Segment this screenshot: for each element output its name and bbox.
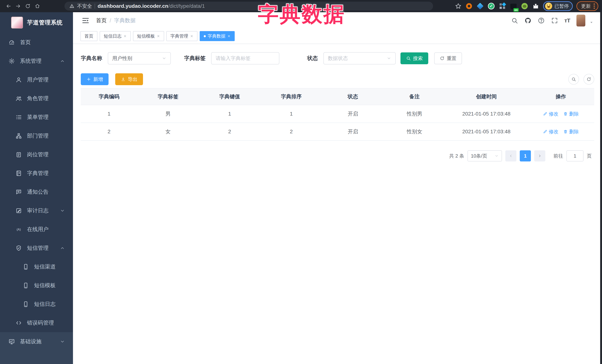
tab-home[interactable]: 首页 [80,31,97,41]
avatar-caret-icon[interactable] [589,20,593,24]
table-toolbar: 新增 导出 [81,73,594,85]
browser-update-button[interactable]: 更新 [576,1,598,11]
close-icon[interactable] [190,34,194,38]
sidebar-item-error-code[interactable]: 错误码管理 [0,313,73,332]
chevron-down-icon [162,56,166,61]
phone-icon [22,264,29,270]
close-icon[interactable] [157,34,160,38]
col-header-value: 字典键值 [199,88,261,105]
profile-paused-pill[interactable]: 已暂停 [543,1,573,11]
table-row: 2 女 2 2 开启 性别女 2021-01-05 17:03:48 修改 [81,123,594,141]
extension-icon-green-check[interactable]: ✓ [487,2,495,10]
back-button[interactable] [4,1,13,11]
extension-icon-monkey[interactable] [521,2,528,10]
org-tree-icon [16,133,22,139]
breadcrumb-home-link[interactable]: 首页 [96,17,107,24]
close-icon[interactable] [123,34,127,38]
github-icon[interactable] [524,17,531,24]
address-bar[interactable]: 不安全 dashboard.yudao.iocoder.cn/dict/type… [64,2,433,10]
col-header-remark: 备注 [384,88,445,105]
browser-menu-icon[interactable] [594,3,595,9]
sidebar-item-roles[interactable]: 角色管理 [0,89,73,108]
app-title: 芋道管理系统 [27,19,63,26]
tab-sms-log[interactable]: 短信日志 [100,31,131,41]
status-select[interactable]: 数据状态 [323,52,396,64]
chevron-up-icon [60,59,65,63]
sidebar-item-home[interactable]: 首页 [0,33,73,52]
sidebar-item-sms[interactable]: 短信管理 [0,239,73,257]
extension-icon-orange[interactable] [465,2,473,10]
omnibox-divider [95,3,95,9]
next-page-button[interactable] [534,150,545,161]
help-icon[interactable] [538,17,545,24]
sidebar-lower-section: 基础设施 [0,332,73,364]
table-row: 1 男 1 1 开启 性别男 2021-01-05 17:03:48 修改 [81,105,594,123]
dict-name-select[interactable]: 用户性别 [108,52,171,64]
col-header-status: 状态 [322,88,384,105]
tab-dict-manage[interactable]: 字典管理 [166,31,197,41]
badge-icon [16,151,22,158]
page-size-select[interactable]: 10条/页 [468,150,502,161]
breadcrumb: 首页 / 字典数据 [96,17,136,24]
sidebar-item-sms-channel[interactable]: 短信渠道 [0,257,73,276]
prev-page-button[interactable] [505,150,516,161]
sidebar-item-menus[interactable]: 菜单管理 [0,108,73,126]
forward-button[interactable] [13,1,23,11]
trash-icon [563,112,568,116]
sidebar-item-system[interactable]: 系统管理 [0,52,73,70]
fullscreen-icon[interactable] [551,17,558,24]
close-icon[interactable] [227,34,231,38]
dashboard-icon [9,39,15,46]
tab-dict-data-active[interactable]: 字典数据 [200,31,235,41]
menu-list-icon [16,114,22,120]
sidebar-item-dict[interactable]: 字典管理 [0,164,73,183]
delete-link[interactable]: 删除 [563,128,579,135]
show-search-button[interactable] [568,74,579,85]
announcement-icon [16,189,22,195]
extensions-puzzle-icon[interactable] [532,2,539,10]
page-unit-label: 页 [587,153,592,159]
sidebar-item-sms-template[interactable]: 短信模板 [0,276,73,295]
extension-icon-onoff[interactable]: on [510,2,517,10]
tab-sms-template[interactable]: 短信模板 [133,31,164,41]
browser-window: 不安全 dashboard.yudao.iocoder.cn/dict/type… [0,0,602,364]
sidebar-item-posts[interactable]: 岗位管理 [0,145,73,164]
status-text: 开启 [322,105,384,123]
sidebar-item-online-users[interactable]: 在线用户 [0,220,73,239]
reset-button[interactable]: 重置 [434,52,462,64]
sidebar-item-infrastructure[interactable]: 基础设施 [0,332,73,351]
export-button[interactable]: 导出 [115,73,143,85]
sidebar-item-users[interactable]: 用户管理 [0,70,73,89]
extension-icon-blocks[interactable] [499,2,506,10]
extension-icon-gem[interactable] [476,2,484,10]
toolbar-right-icons [568,74,594,85]
refresh-table-button[interactable] [583,74,594,85]
phone-icon [22,301,29,307]
font-size-icon[interactable]: тT [564,17,570,24]
navbar-right-tools: тT [511,15,593,26]
sidebar-item-notice[interactable]: 通知公告 [0,183,73,201]
bookmark-star-icon[interactable] [455,3,462,10]
home-button[interactable] [32,1,42,11]
sidebar-item-sms-log[interactable]: 短信日志 [0,295,73,313]
dict-label-label: 字典标签 [184,55,206,62]
sidebar-item-audit-log[interactable]: 审计日志 [0,201,73,220]
monitor-chart-icon [9,338,15,345]
edit-link[interactable]: 修改 [543,128,559,135]
dict-label-input[interactable] [211,52,279,64]
chevron-down-icon [494,154,499,158]
dict-data-table: 字典编码 字典标签 字典键值 字典排序 状态 备注 创建时间 操作 1 男 1 … [81,88,594,141]
reload-button[interactable] [23,1,32,11]
app-logo-row[interactable]: 芋道管理系统 [0,12,73,33]
search-button[interactable]: 搜索 [400,52,428,64]
current-page-button[interactable]: 1 [520,150,531,161]
delete-link[interactable]: 删除 [563,111,579,117]
search-icon[interactable] [511,17,518,24]
sidebar-collapse-icon[interactable] [82,16,90,25]
user-avatar[interactable] [576,15,585,26]
edit-link[interactable]: 修改 [543,111,559,117]
add-button[interactable]: 新增 [81,73,108,85]
sidebar-item-departments[interactable]: 部门管理 [0,126,73,145]
goto-page-input[interactable] [566,150,583,161]
refresh-icon [586,77,591,82]
